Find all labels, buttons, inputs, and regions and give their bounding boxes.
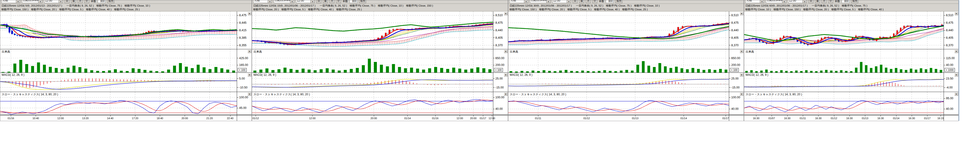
- apply-button[interactable]: 適用: [851, 0, 858, 3]
- bar-minute-button[interactable]: 分: [336, 0, 341, 3]
- axis-tick-mark: [729, 109, 730, 109]
- chevron-down-icon[interactable]: ▼: [782, 0, 786, 3]
- macd-plot-area[interactable]: MACD( 12, 26, 9 ): [252, 73, 493, 92]
- honsu-input[interactable]: 800: [350, 0, 357, 3]
- axis-scale-dropdown-button[interactable]: ▼: [248, 12, 251, 15]
- volume-section-label: 出来高: [2, 50, 10, 54]
- market-combo[interactable]: 先物▼: [509, 0, 528, 3]
- axis-scale-dropdown-button[interactable]: ▼: [955, 73, 958, 76]
- axis-label-text: 8,370: [495, 44, 503, 47]
- macd-plot-area[interactable]: MACD( 12, 26, 9 ): [0, 73, 237, 92]
- bar-day-button[interactable]: 日: [65, 0, 70, 3]
- honsu-input[interactable]: 800: [98, 0, 106, 3]
- bar-day-button[interactable]: 日: [573, 0, 578, 3]
- bar-minute-button[interactable]: 分: [828, 0, 833, 3]
- axis-scale-dropdown-button[interactable]: ▼: [248, 73, 251, 76]
- market-combo[interactable]: 先物▼: [253, 0, 272, 3]
- axis-label-text: 650.00: [495, 57, 504, 60]
- chevron-down-icon[interactable]: ▼: [290, 0, 294, 3]
- price-plot-area[interactable]: [744, 11, 943, 49]
- volume-chart-svg: [508, 49, 729, 73]
- honsu-input[interactable]: 800: [606, 0, 614, 3]
- bar-week-button[interactable]: 週: [815, 0, 820, 3]
- axis-scale-dropdown-button[interactable]: ▼: [740, 50, 743, 53]
- chevron-down-icon[interactable]: ▼: [524, 0, 528, 3]
- bar-month-button[interactable]: 月: [329, 0, 334, 3]
- period-combo[interactable]: 12:00▼: [296, 0, 315, 3]
- bar-day-button[interactable]: 日: [808, 0, 813, 3]
- volume-axis: 650.00200.00▼× 100: [493, 49, 508, 73]
- macd-chart-svg: [0, 73, 237, 92]
- stochastics-plot-area[interactable]: スロー・ストキャスティクス( 14, 3, 80, 20 ): [744, 92, 943, 115]
- price-plot-area[interactable]: [508, 11, 729, 49]
- price-plot-area[interactable]: [252, 11, 493, 49]
- toolbar-clipped: 先物▼ 日経225mini▼ 12:00▼ 日 週 月 分 本数 800 適用: [744, 0, 958, 4]
- axis-label-text: 8,405: [731, 36, 738, 40]
- axis-label: 8,510: [493, 14, 503, 17]
- honsu-input[interactable]: 800: [842, 0, 850, 3]
- market-combo[interactable]: 先物▼: [745, 0, 764, 3]
- chevron-down-icon[interactable]: ▼: [38, 0, 42, 3]
- volume-plot-area[interactable]: 出来高: [0, 49, 237, 73]
- chevron-down-icon[interactable]: ▼: [16, 0, 20, 3]
- axis-scale-dropdown-button[interactable]: ▼: [504, 12, 508, 15]
- period-combo[interactable]: 12:00▼: [44, 0, 63, 3]
- volume-chart-svg: [252, 49, 493, 73]
- axis-scale-dropdown-button[interactable]: ▼: [740, 92, 743, 96]
- chevron-down-icon[interactable]: ▼: [310, 0, 315, 3]
- axis-label: 40.00: [944, 107, 953, 110]
- apply-button[interactable]: 適用: [615, 0, 622, 3]
- axis-scale-dropdown-button[interactable]: ▼: [504, 73, 508, 76]
- chevron-down-icon[interactable]: ▼: [567, 0, 571, 3]
- axis-label-text: 200.00: [495, 63, 504, 67]
- stochastics-plot-area[interactable]: スロー・ストキャスティクス( 14, 3, 80, 20 ): [0, 92, 237, 115]
- period-combo[interactable]: 12:00▼: [788, 0, 807, 3]
- axis-scale-dropdown-button[interactable]: ▼: [955, 92, 958, 96]
- chart-window-3: 先物▼ 日経225mini▼ 12:00▼ 日 週 月 分 本数 800 適用 …: [508, 0, 744, 121]
- axis-scale-dropdown-button[interactable]: ▼: [955, 12, 958, 15]
- volume-plot-area[interactable]: 出来高: [744, 49, 943, 73]
- time-axis-label: 01/17: [480, 117, 486, 120]
- bar-month-button[interactable]: 月: [586, 0, 591, 3]
- apply-button[interactable]: 適用: [359, 0, 366, 3]
- stochastics-axis: 100.0040.00▼: [729, 92, 744, 115]
- chevron-down-icon[interactable]: ▼: [803, 0, 807, 3]
- bar-month-button[interactable]: 月: [822, 0, 827, 3]
- volume-section-label: 出来高: [253, 50, 262, 54]
- macd-plot-area[interactable]: MACD( 12, 26, 9 ): [744, 73, 943, 92]
- symbol-combo[interactable]: 日経225mini▼: [22, 0, 43, 3]
- chevron-down-icon[interactable]: ▼: [268, 0, 272, 3]
- chevron-down-icon[interactable]: ▼: [760, 0, 764, 3]
- axis-scale-dropdown-button[interactable]: ▼: [248, 92, 251, 96]
- bar-week-button[interactable]: 週: [323, 0, 328, 3]
- market-combo[interactable]: 先物▼: [2, 0, 20, 3]
- period-combo[interactable]: 12:00▼: [552, 0, 571, 3]
- symbol-combo[interactable]: 日経225mini▼: [766, 0, 786, 3]
- time-tick-mark: [725, 115, 726, 116]
- time-tick-mark: [230, 115, 231, 116]
- axis-scale-dropdown-button[interactable]: ▼: [504, 50, 508, 53]
- macd-plot-area[interactable]: MACD( 12, 26, 9 ): [508, 73, 729, 92]
- stochastics-plot-area[interactable]: スロー・ストキャスティクス( 14, 3, 80, 20 ): [252, 92, 493, 115]
- stochastics-plot-area[interactable]: スロー・ストキャスティクス( 14, 3, 80, 20 ): [508, 92, 729, 115]
- apply-button[interactable]: 適用: [107, 0, 114, 3]
- bar-week-button[interactable]: 週: [71, 0, 76, 3]
- axis-scale-dropdown-button[interactable]: ▼: [248, 50, 251, 53]
- bar-week-button[interactable]: 週: [579, 0, 584, 3]
- symbol-combo[interactable]: 日経225mini▼: [530, 0, 550, 3]
- chevron-down-icon[interactable]: ▼: [59, 0, 63, 3]
- time-axis-corner: [943, 115, 958, 121]
- chevron-down-icon[interactable]: ▼: [546, 0, 550, 3]
- bar-minute-button[interactable]: 分: [592, 0, 597, 3]
- symbol-combo[interactable]: 日経225mini▼: [274, 0, 294, 3]
- price-plot-area[interactable]: [0, 11, 237, 49]
- bar-month-button[interactable]: 月: [78, 0, 83, 3]
- volume-plot-area[interactable]: 出来高: [252, 49, 493, 73]
- volume-plot-area[interactable]: 出来高: [508, 49, 729, 73]
- axis-scale-dropdown-button[interactable]: ▼: [955, 50, 958, 53]
- bar-minute-button[interactable]: 分: [84, 0, 89, 3]
- bar-day-button[interactable]: 日: [317, 0, 321, 3]
- axis-scale-dropdown-button[interactable]: ▼: [504, 92, 508, 96]
- axis-scale-dropdown-button[interactable]: ▼: [740, 12, 743, 15]
- axis-scale-dropdown-button[interactable]: ▼: [740, 73, 743, 76]
